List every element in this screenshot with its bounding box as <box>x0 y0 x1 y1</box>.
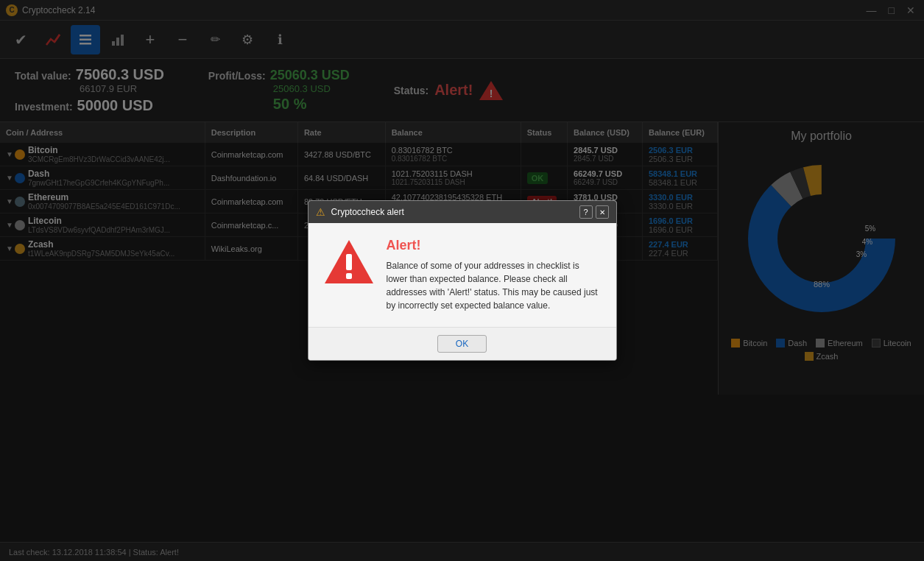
modal-title-icon: ⚠ <box>316 206 325 218</box>
modal-title-text: Cryptoccheck alert <box>331 207 404 217</box>
ok-button[interactable]: OK <box>437 335 487 353</box>
svg-rect-20 <box>346 273 352 279</box>
modal-title-section: ⚠ Cryptoccheck alert <box>316 206 404 218</box>
modal-overlay: ⚠ Cryptoccheck alert ? ✕ Alert! Balance … <box>0 0 924 561</box>
modal-content: Alert! Balance of some of your addresses… <box>387 238 602 312</box>
modal-alert-text: Balance of some of your addresses in che… <box>387 259 602 312</box>
modal-alert-icon <box>323 238 375 288</box>
modal-titlebar: ⚠ Cryptoccheck alert ? ✕ <box>308 201 616 223</box>
modal-help-button[interactable]: ? <box>579 205 593 219</box>
modal-alert-title: Alert! <box>387 238 602 253</box>
modal-body: Alert! Balance of some of your addresses… <box>308 223 616 327</box>
modal-footer: OK <box>308 327 616 360</box>
svg-rect-19 <box>346 254 352 270</box>
modal-title-buttons: ? ✕ <box>579 205 609 219</box>
modal-dialog: ⚠ Cryptoccheck alert ? ✕ Alert! Balance … <box>308 200 617 361</box>
modal-close-button[interactable]: ✕ <box>596 205 609 219</box>
